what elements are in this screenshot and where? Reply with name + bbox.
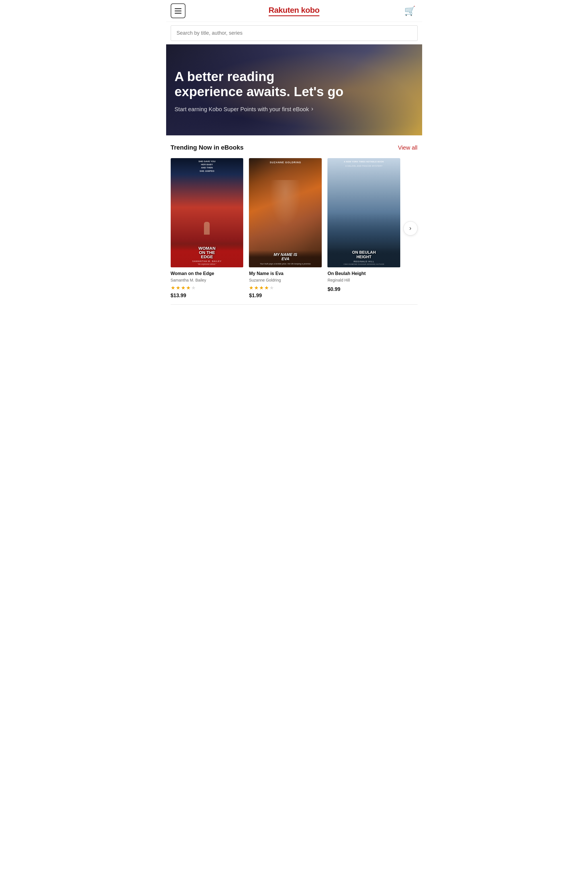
hero-content: A better reading experience awaits. Let'… <box>174 69 414 114</box>
books-list: SHE GAVE YOUHER BABYAND THENSHE JUMPED W… <box>171 158 401 299</box>
star-rating: ★ ★ ★ ★ ★ <box>171 285 244 291</box>
cover-main-title-3: On BeulahHeight <box>330 250 398 259</box>
logo-text: Rakuten kobo <box>269 6 319 15</box>
cover-text-1: WOMANON THEEDGE SAMANTHA M. BAILEY "An e… <box>171 244 244 267</box>
star-5-empty: ★ <box>191 285 196 291</box>
book-title: My Name is Eva <box>249 271 322 277</box>
star-1: ★ <box>249 285 253 291</box>
cover-figure-1 <box>204 222 210 235</box>
book-item[interactable]: A NEW YORK TIMES NOTABLE BOOK A DALZIEL … <box>328 158 400 299</box>
hero-banner: A better reading experience awaits. Let'… <box>166 44 422 135</box>
cover-tagline-1: SHE GAVE YOUHER BABYAND THENSHE JUMPED <box>171 160 244 173</box>
book-price: $0.99 <box>328 286 400 292</box>
star-2: ★ <box>254 285 259 291</box>
section-title: Trending Now in eBooks <box>171 144 244 151</box>
book-cover: SUZANNE GOLDRING My Name isEva Your trut… <box>249 158 322 267</box>
book-cover-art-1: SHE GAVE YOUHER BABYAND THENSHE JUMPED W… <box>171 158 244 267</box>
cover-badge-3: A NEW YORK TIMES NOTABLE BOOK <box>329 160 399 163</box>
cover-main-title-2: My Name isEva <box>251 253 319 262</box>
book-author: Suzanne Goldring <box>249 278 322 283</box>
section-divider <box>171 304 418 305</box>
book-cover: A NEW YORK TIMES NOTABLE BOOK A DALZIEL … <box>328 158 400 267</box>
trending-section: Trending Now in eBooks View all SHE GAVE… <box>166 135 422 310</box>
books-container: SHE GAVE YOUHER BABYAND THENSHE JUMPED W… <box>171 158 418 299</box>
book-price: $1.99 <box>249 293 322 299</box>
cart-button[interactable]: 🛒 <box>403 3 417 18</box>
hero-title: A better reading experience awaits. Let'… <box>174 69 345 99</box>
cart-icon: 🛒 <box>404 5 416 16</box>
cover-author-3: REGINALD HILL <box>330 260 398 263</box>
section-header: Trending Now in eBooks View all <box>171 144 418 151</box>
cover-main-title-1: WOMANON THEEDGE <box>173 246 241 259</box>
star-3: ★ <box>259 285 264 291</box>
cover-text-2: My Name isEva Your truth pays a terrible… <box>249 250 322 267</box>
menu-line-2 <box>174 11 182 11</box>
book-price: $13.99 <box>171 293 244 299</box>
cover-series-3: A DALZIEL AND PASCOE MYSTERY <box>329 165 399 167</box>
hero-subtitle-text: Start earning Kobo Super Points with you… <box>174 105 309 113</box>
book-title: On Beulah Height <box>328 271 400 277</box>
book-cover-art-3: A NEW YORK TIMES NOTABLE BOOK A DALZIEL … <box>328 158 400 267</box>
cover-figure-2 <box>264 180 308 240</box>
star-1: ★ <box>171 285 175 291</box>
book-cover: SHE GAVE YOUHER BABYAND THENSHE JUMPED W… <box>171 158 244 267</box>
header: Rakuten kobo 🛒 <box>166 0 422 22</box>
view-all-link[interactable]: View all <box>398 144 418 151</box>
logo-kobo: kobo <box>301 6 319 15</box>
book-title: Woman on the Edge <box>171 271 244 277</box>
cover-text-3: On BeulahHeight REGINALD HILL CWA Diamon… <box>328 248 400 267</box>
cover-author-name-2: SUZANNE GOLDRING <box>249 161 322 164</box>
menu-line-3 <box>174 13 182 14</box>
star-3: ★ <box>181 285 185 291</box>
next-button[interactable]: › <box>403 221 418 236</box>
star-5-empty: ★ <box>269 285 274 291</box>
cover-author-1: SAMANTHA M. BAILEY <box>173 260 241 263</box>
search-input[interactable] <box>171 25 418 41</box>
logo-underline <box>269 15 319 16</box>
book-author: Samantha M. Bailey <box>171 278 244 283</box>
logo-rakuten: Rakuten <box>269 6 299 15</box>
next-icon: › <box>409 225 411 232</box>
book-author: Reginald Hill <box>328 278 400 283</box>
hero-subtitle[interactable]: Start earning Kobo Super Points with you… <box>174 105 334 113</box>
logo[interactable]: Rakuten kobo <box>269 6 319 16</box>
menu-line-1 <box>174 8 182 9</box>
book-item[interactable]: SUZANNE GOLDRING My Name isEva Your trut… <box>249 158 322 299</box>
book-cover-art-2: SUZANNE GOLDRING My Name isEva Your trut… <box>249 158 322 267</box>
book-item[interactable]: SHE GAVE YOUHER BABYAND THENSHE JUMPED W… <box>171 158 244 299</box>
search-bar <box>166 22 422 44</box>
star-4: ★ <box>264 285 269 291</box>
star-rating: ★ ★ ★ ★ ★ <box>249 285 322 291</box>
star-4: ★ <box>186 285 191 291</box>
hero-chevron-icon: › <box>311 105 313 113</box>
menu-button[interactable] <box>171 3 185 18</box>
star-2: ★ <box>176 285 180 291</box>
